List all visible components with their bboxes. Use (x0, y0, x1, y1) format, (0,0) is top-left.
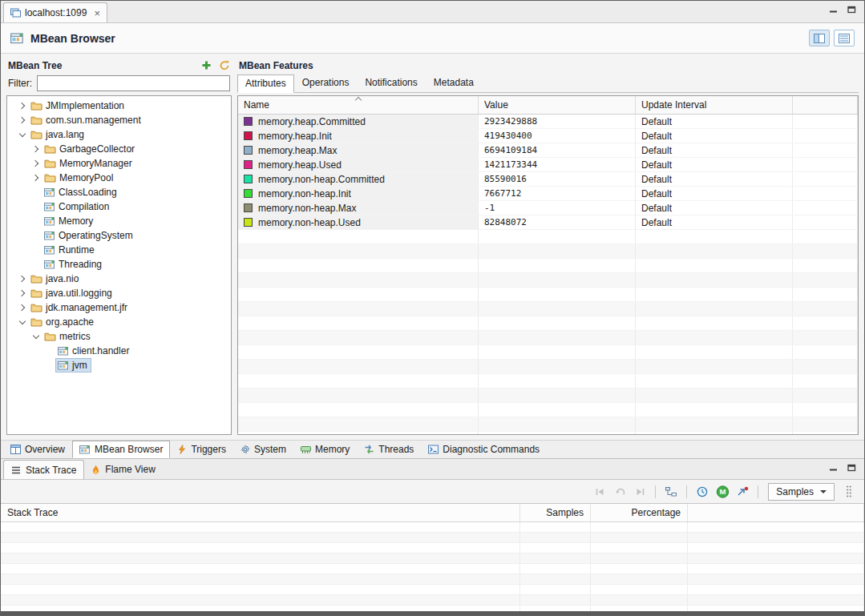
add-icon[interactable] (201, 60, 212, 70)
tab-notifications[interactable]: Notifications (357, 74, 425, 92)
view-tab-memory[interactable]: Memory (293, 441, 357, 458)
attribute-empty-cell (793, 187, 858, 200)
tree-item-threading[interactable]: Threading (7, 257, 231, 272)
view-tab-system[interactable]: System (233, 441, 293, 458)
tab-flame-view[interactable]: Flame View (84, 460, 162, 479)
view-tab-triggers[interactable]: Triggers (170, 441, 233, 458)
view-tab-label: Triggers (191, 444, 226, 455)
tree-item-java-nio[interactable]: java.nio (7, 272, 231, 286)
tree-item-memory[interactable]: Memory (7, 214, 231, 228)
minimize-icon[interactable] (829, 464, 838, 472)
tree-item-memorypool[interactable]: MemoryPool (7, 171, 231, 185)
tree-item-com-sun-management[interactable]: com.sun.management (7, 113, 231, 127)
minimize-icon[interactable] (829, 6, 838, 14)
method-profiling-button[interactable]: M (713, 483, 731, 500)
clock-button[interactable] (693, 483, 711, 500)
attribute-row[interactable]: memory.heap.Max6694109184Default (238, 143, 858, 158)
tree-item-compilation[interactable]: Compilation (7, 199, 231, 214)
attribute-update-interval: Default (641, 217, 672, 228)
tree-layout-button[interactable] (662, 483, 680, 500)
empty-cell (1, 574, 520, 584)
collapse-arrow-icon[interactable] (17, 133, 28, 136)
nav-reset-button[interactable] (611, 483, 629, 500)
mbean-icon (44, 187, 55, 197)
column-header-stack-trace[interactable]: Stack Trace (1, 504, 520, 521)
tree-item-jvm[interactable]: jvm (7, 358, 231, 372)
collapse-arrow-icon[interactable] (17, 320, 28, 324)
view-tab-overview[interactable]: Overview (3, 441, 72, 458)
tree-item-metrics[interactable]: metrics (7, 329, 231, 344)
tree-item-org-apache[interactable]: org.apache (7, 315, 231, 329)
expand-arrow-icon[interactable] (17, 276, 28, 281)
expand-arrow-icon[interactable] (30, 161, 42, 166)
empty-cell (591, 574, 688, 584)
expand-arrow-icon[interactable] (30, 147, 42, 151)
tree-item-runtime[interactable]: Runtime (7, 243, 231, 257)
expand-arrow-icon[interactable] (17, 103, 28, 108)
tree-item-classloading[interactable]: ClassLoading (7, 185, 231, 199)
collapse-arrow-icon[interactable] (30, 335, 42, 338)
tree-item-jmimplementation[interactable]: JMImplementation (7, 99, 231, 113)
filter-input[interactable] (37, 75, 230, 91)
tree-item-garbagecollector[interactable]: GarbageCollector (7, 142, 231, 156)
nav-back-button[interactable] (591, 483, 608, 500)
tree-item-content: JMImplementation (28, 99, 128, 113)
overflow-menu-button[interactable] (840, 483, 858, 500)
empty-cell (238, 230, 479, 244)
nav-forward-button[interactable] (631, 483, 649, 500)
tree-item-java-util-logging[interactable]: java.util.logging (7, 286, 231, 300)
column-header-name[interactable]: Name (238, 96, 479, 114)
expand-arrow-icon[interactable] (17, 291, 28, 296)
attribute-row[interactable]: memory.non-heap.Committed85590016Default (238, 172, 858, 187)
expand-arrow-icon[interactable] (17, 118, 28, 123)
empty-cell (688, 522, 864, 532)
editor-window-controls (829, 6, 856, 14)
view-tab-diagnostic-commands[interactable]: Diagnostic Commands (421, 441, 547, 458)
column-header-samples[interactable]: Samples (520, 504, 591, 521)
tab-metadata[interactable]: Metadata (426, 74, 482, 92)
attribute-value-cell: 85590016 (479, 172, 636, 186)
empty-cell (591, 564, 688, 574)
attribute-row[interactable]: memory.heap.Used1421173344Default (238, 158, 858, 172)
close-icon[interactable]: × (94, 7, 100, 19)
empty-cell (688, 554, 864, 563)
tree-item-content: jvm (55, 358, 91, 372)
attribute-row[interactable]: memory.non-heap.Init7667712Default (238, 187, 858, 201)
view-tab-mbean-browser[interactable]: MBean Browser (72, 441, 170, 458)
expand-arrow-icon[interactable] (17, 305, 28, 310)
maximize-icon[interactable] (847, 6, 856, 14)
tree-item-label: Runtime (59, 244, 95, 256)
layout-list-button[interactable] (834, 30, 855, 46)
nav-back-icon (595, 487, 605, 497)
attribute-update-interval: Default (641, 159, 672, 171)
attribute-row[interactable]: memory.heap.Init419430400Default (238, 129, 858, 143)
tree-item-label: JMImplementation (46, 100, 124, 111)
maximize-icon[interactable] (847, 464, 856, 472)
tree-item-operatingsystem[interactable]: OperatingSystem (7, 228, 231, 243)
stack-trace-panel: Stack TraceFlame View M Samples Sta (1, 459, 864, 611)
attribute-row[interactable]: memory.non-heap.Max-1Default (238, 201, 858, 215)
attribute-value: 2923429888 (484, 116, 537, 127)
attribute-row[interactable]: memory.non-heap.Used82848072Default (238, 215, 858, 230)
editor-tab-localhost[interactable]: localhost:1099 × (3, 2, 107, 22)
tree-item-java-lang[interactable]: java.lang (7, 127, 231, 142)
refresh-icon[interactable] (219, 60, 230, 70)
layout-columns-button[interactable] (809, 30, 830, 46)
tab-stack-trace[interactable]: Stack Trace (3, 460, 84, 479)
column-header-percentage[interactable]: Percentage (591, 504, 688, 521)
attribute-row[interactable]: memory.heap.Committed2923429888Default (238, 115, 858, 129)
trace-button[interactable] (734, 483, 751, 500)
expand-arrow-icon[interactable] (30, 175, 42, 180)
tab-operations[interactable]: Operations (294, 74, 358, 92)
samples-dropdown[interactable]: Samples (768, 483, 835, 501)
tree-item-client-handler[interactable]: client.handler (7, 344, 231, 358)
column-header-update-interval[interactable]: Update Interval (636, 96, 793, 114)
tree-item-jdk-management-jfr[interactable]: jdk.management.jfr (7, 300, 231, 315)
view-tab-threads[interactable]: Threads (357, 441, 421, 458)
empty-cell (238, 345, 479, 359)
tree-item-memorymanager[interactable]: MemoryManager (7, 156, 231, 171)
column-header-value[interactable]: Value (479, 96, 636, 114)
tab-attributes[interactable]: Attributes (237, 74, 294, 93)
empty-row (1, 522, 864, 533)
empty-cell (479, 403, 636, 417)
